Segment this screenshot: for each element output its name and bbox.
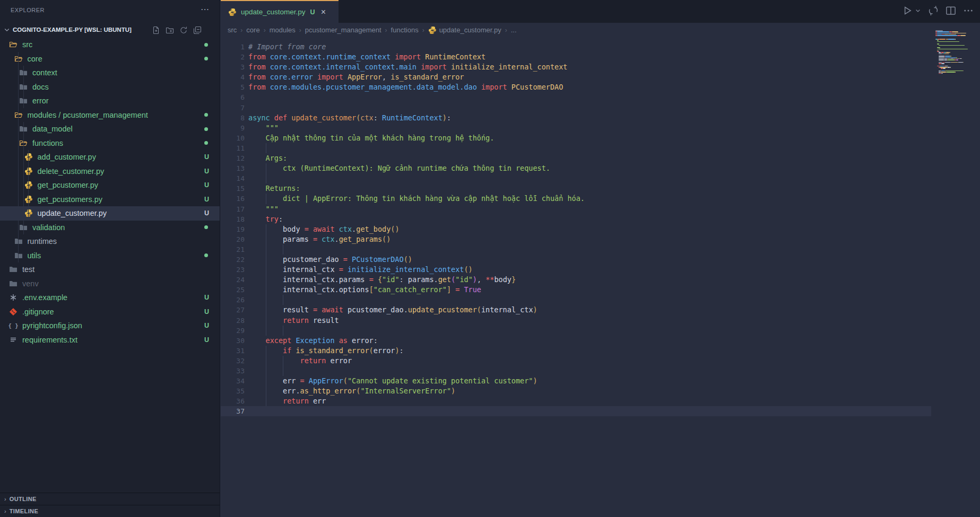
refresh-icon[interactable] — [179, 26, 188, 35]
tree-item-validation[interactable]: validation — [0, 221, 220, 235]
more-horizontal-icon[interactable] — [963, 5, 974, 16]
tree-item-docs[interactable]: docs — [0, 80, 220, 94]
code-line-35[interactable]: 35 err.as_http_error("InternalServerErro… — [221, 386, 931, 396]
tree-item-runtimes[interactable]: runtimes — [0, 234, 220, 249]
section-label: TIMELINE — [10, 508, 39, 514]
minimap-line — [957, 35, 960, 36]
line-number: 32 — [221, 356, 245, 366]
breadcrumb-item-update-customer-py[interactable]: update_customer.py — [428, 26, 501, 34]
tree-item-label: delete_customer.py — [38, 167, 105, 176]
cycle-icon[interactable] — [928, 5, 939, 16]
tree-item-src[interactable]: src — [0, 38, 220, 52]
breadcrumb-item-src[interactable]: src — [228, 26, 237, 34]
code-line-3[interactable]: 3from core.context.internal_context.main… — [221, 62, 931, 72]
code-line-14[interactable]: 14 — [221, 173, 931, 183]
tree-item-delete-customer-py[interactable]: delete_customer.pyU — [0, 164, 220, 179]
collapse-all-icon[interactable] — [193, 26, 202, 35]
code-line-29[interactable]: 29 — [221, 326, 931, 336]
code-line-24[interactable]: 24 internal_ctx.params = {"id": params.g… — [221, 275, 931, 285]
git-untracked-badge: U — [204, 153, 209, 161]
breadcrumb-item--[interactable]: ... — [511, 26, 517, 34]
code-line-25[interactable]: 25 internal_ctx.options["can_catch_error… — [221, 285, 931, 295]
tree-item-core[interactable]: core — [0, 52, 220, 66]
code-line-13[interactable]: 13 ctx (RuntimeContext): Ngữ cảnh runtim… — [221, 163, 931, 173]
code-line-4[interactable]: 4from core.error import AppError, is_sta… — [221, 72, 931, 82]
code-line-2[interactable]: 2from core.context.runtime_context impor… — [221, 52, 931, 62]
code-line-27[interactable]: 27 result = await pcustomer_dao.update_p… — [221, 305, 931, 315]
code-line-32[interactable]: 32 return error — [221, 356, 931, 366]
code-line-23[interactable]: 23 internal_ctx = initialize_internal_co… — [221, 265, 931, 275]
tree-item-add-customer-py[interactable]: add_customer.pyU — [0, 150, 220, 164]
tree-item-functions[interactable]: functions — [0, 136, 220, 151]
code-line-37[interactable]: 37 — [221, 406, 931, 416]
code-line-15[interactable]: 15 Returns: — [221, 183, 931, 194]
code-line-9[interactable]: 9 """ — [221, 123, 931, 133]
line-number: 35 — [221, 386, 245, 396]
file-tree: srccorecontextdocserrormodules / pcustom… — [0, 38, 220, 347]
tree-item-test[interactable]: test — [0, 262, 220, 277]
breadcrumb-item-pcustomer-management[interactable]: pcustomer_management — [305, 26, 381, 34]
tab-update-customer[interactable]: update_customer.py U × — [221, 0, 339, 23]
tree-item--gitignore[interactable]: .gitignoreU — [0, 305, 220, 319]
minimap[interactable] — [934, 30, 977, 89]
code-line-36[interactable]: 36 return err — [221, 396, 931, 406]
breadcrumb-item-functions[interactable]: functions — [391, 26, 419, 34]
code-area[interactable]: 1# Import from core2from core.context.ru… — [221, 37, 980, 517]
line-number: 12 — [221, 153, 245, 163]
tree-item-pyrightconfig-json[interactable]: { }pyrightconfig.jsonU — [0, 319, 220, 333]
tree-item-error[interactable]: error — [0, 94, 220, 108]
code-line-6[interactable]: 6 — [221, 92, 931, 102]
code-line-21[interactable]: 21 — [221, 244, 931, 255]
tree-item-label: validation — [32, 223, 65, 232]
sidebar-section-outline[interactable]: ›OUTLINE — [0, 493, 220, 505]
code-line-12[interactable]: 12 Args: — [221, 153, 931, 163]
code-line-16[interactable]: 16 dict | AppError: Thông tin khách hàng… — [221, 194, 931, 204]
chevron-down-icon[interactable] — [915, 7, 921, 14]
tree-item-get-pcustomer-py[interactable]: get_pcustomer.pyU — [0, 178, 220, 192]
tree-item-utils[interactable]: utils — [0, 249, 220, 263]
tree-item-label: functions — [32, 139, 63, 147]
tree-indent-guide — [18, 52, 19, 263]
code-line-18[interactable]: 18 try: — [221, 214, 931, 224]
play-icon[interactable] — [902, 5, 913, 16]
code-line-33[interactable]: 33 — [221, 366, 931, 376]
tree-item-modules-pcustomer-management[interactable]: modules / pcustomer_management — [0, 108, 220, 122]
code-line-5[interactable]: 5from core.modules.pcustomer_management.… — [221, 82, 931, 92]
tree-item-context[interactable]: context — [0, 66, 220, 80]
code-line-8[interactable]: 8async def update_customer(ctx: RuntimeC… — [221, 113, 931, 123]
code-line-10[interactable]: 10 Cập nhật thông tin của một khách hàng… — [221, 133, 931, 143]
code-line-34[interactable]: 34 err = AppError("Cannot update existin… — [221, 376, 931, 386]
split-editor-icon[interactable] — [946, 5, 956, 16]
tree-item-data-model[interactable]: data_model — [0, 122, 220, 136]
close-icon[interactable]: × — [321, 8, 326, 16]
breadcrumb-item-core[interactable]: core — [246, 26, 259, 34]
git-untracked-badge: U — [204, 168, 209, 175]
code-line-30[interactable]: 30 except Exception as error: — [221, 336, 931, 346]
code-line-17[interactable]: 17 """ — [221, 204, 931, 214]
workspace-section-header[interactable]: COGNITO-EXAMPLE-PY [WSL: UBUNTU] — [0, 23, 220, 38]
tree-item-get-pcustomers-py[interactable]: get_pcustomers.pyU — [0, 192, 220, 207]
tree-item-venv[interactable]: venv — [0, 277, 220, 291]
new-folder-icon[interactable] — [166, 26, 175, 35]
code-line-1[interactable]: 1# Import from core — [221, 42, 931, 52]
new-file-icon[interactable] — [152, 26, 161, 35]
code-line-text: if is_standard_error(error): — [248, 346, 404, 356]
sidebar-section-timeline[interactable]: ›TIMELINE — [0, 505, 220, 517]
code-line-28[interactable]: 28 return result — [221, 316, 931, 326]
code-line-22[interactable]: 22 pcustomer_dao = PCustomerDAO() — [221, 255, 931, 265]
tree-item-update-customer-py[interactable]: update_customer.pyU — [0, 206, 220, 221]
vscode-window: EXPLORER ⋯ COGNITO-EXAMPLE-PY [WSL: UBUN… — [0, 0, 980, 517]
tree-item--env-example[interactable]: .env.exampleU — [0, 291, 220, 305]
code-line-text: internal_ctx = initialize_internal_conte… — [248, 265, 473, 275]
code-line-31[interactable]: 31 if is_standard_error(error): — [221, 346, 931, 356]
code-line-26[interactable]: 26 — [221, 295, 931, 305]
tree-item-requirements-txt[interactable]: requirements.txtU — [0, 333, 220, 347]
code-line-19[interactable]: 19 body = await ctx.get_body() — [221, 224, 931, 234]
indent-guide — [283, 366, 283, 376]
git-modified-dot — [204, 225, 208, 229]
code-line-20[interactable]: 20 params = ctx.get_params() — [221, 234, 931, 244]
breadcrumb-item-modules[interactable]: modules — [270, 26, 296, 34]
code-line-11[interactable]: 11 — [221, 143, 931, 153]
code-line-7[interactable]: 7 — [221, 103, 931, 113]
more-actions-icon[interactable]: ⋯ — [201, 4, 209, 14]
